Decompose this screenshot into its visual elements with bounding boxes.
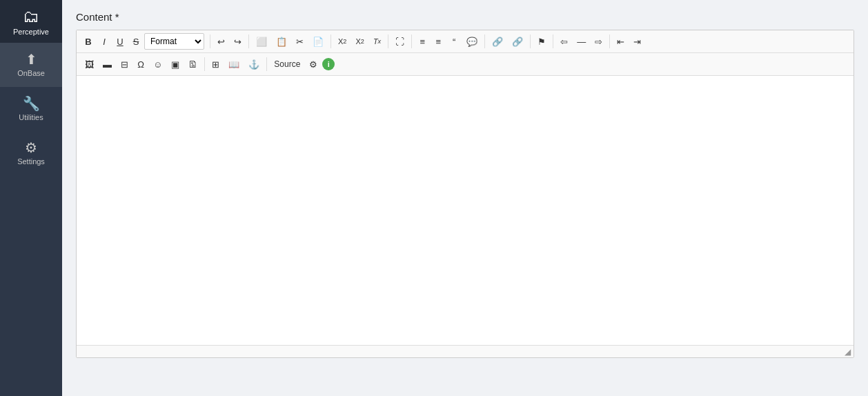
sidebar-onbase-label: OnBase: [17, 69, 45, 77]
separator-9: [609, 34, 610, 48]
flag-button[interactable]: ⚑: [533, 33, 550, 50]
sidebar-item-utilities[interactable]: 🔧 Utilities: [0, 87, 62, 131]
undo-button[interactable]: ↩: [213, 33, 229, 50]
blockquote-button[interactable]: “: [446, 33, 462, 50]
format-select[interactable]: Format Paragraph Heading 1 Heading 2 Hea…: [144, 33, 204, 50]
unordered-list-button[interactable]: ≡: [431, 33, 446, 50]
separator-7: [530, 34, 531, 48]
separator-8: [553, 34, 553, 48]
main-content: Content * B I U S Format Paragraph Headi…: [62, 0, 868, 396]
info-indicator[interactable]: i: [322, 58, 335, 70]
content-label: Content *: [76, 11, 854, 23]
paste-text-button[interactable]: 📄: [308, 33, 328, 50]
fullscreen-button[interactable]: ⛶: [391, 33, 408, 50]
sidebar-item-settings[interactable]: ⚙ Settings: [0, 131, 62, 175]
source-label: Source: [274, 59, 300, 69]
horizontal-rule-button[interactable]: ▬: [99, 56, 116, 72]
abbr-button[interactable]: 📖: [224, 56, 244, 72]
table-button[interactable]: ⊞: [208, 56, 224, 72]
media-button[interactable]: ▣: [167, 56, 184, 72]
subscript-button[interactable]: X2: [334, 33, 351, 50]
copy-format-button[interactable]: ⬜: [252, 33, 271, 50]
toolbar-row-2: 🖼 ▬ ⊟ Ω ☺ ▣ 🖻 ⊞ 📖 ⚓ Source ⚙ i: [77, 53, 854, 76]
sidebar-item-perceptive[interactable]: 🗂 Perceptive: [0, 0, 62, 43]
perceptive-label: Perceptive: [13, 28, 49, 36]
source-button[interactable]: Source: [270, 56, 304, 72]
anchor-button[interactable]: ⚓: [244, 56, 264, 72]
ordered-list-button[interactable]: ≡: [415, 33, 430, 50]
smileys-button[interactable]: ☺: [149, 56, 166, 72]
underline-button[interactable]: U: [112, 33, 128, 50]
page-break-button[interactable]: ⊟: [117, 56, 132, 72]
separator-11: [266, 57, 267, 71]
indent-decrease-button[interactable]: ⇤: [613, 33, 629, 50]
separator-3: [331, 34, 331, 48]
resize-handle[interactable]: ◢: [845, 347, 851, 357]
editor-wrapper: B I U S Format Paragraph Heading 1 Headi…: [76, 30, 854, 358]
separator-5: [411, 34, 412, 48]
editor-bottom-bar: ◢: [77, 345, 854, 357]
separator-10: [204, 57, 205, 71]
sidebar-utilities-label: Utilities: [19, 113, 43, 121]
cut-button[interactable]: ✂: [292, 33, 308, 50]
template-button[interactable]: 🖻: [184, 56, 201, 72]
onbase-icon: ⬆: [26, 52, 37, 66]
settings-icon: ⚙: [25, 141, 37, 155]
bold-button[interactable]: B: [81, 33, 96, 50]
speech-button[interactable]: 💬: [462, 33, 482, 50]
image-button[interactable]: 🖼: [81, 56, 98, 72]
utilities-icon: 🔧: [23, 97, 40, 110]
indent-increase-button[interactable]: ⇥: [629, 33, 645, 50]
separator-6: [484, 34, 485, 48]
link-button[interactable]: 🔗: [488, 33, 507, 50]
clear-formatting-button[interactable]: Tx: [369, 33, 385, 50]
sidebar-item-onbase[interactable]: ⬆ OnBase: [0, 43, 62, 87]
redo-button[interactable]: ↪: [230, 33, 246, 50]
align-center-button[interactable]: ―: [573, 33, 590, 50]
sidebar-settings-label: Settings: [17, 157, 45, 166]
separator-4: [388, 34, 388, 48]
strikethrough-button[interactable]: S: [128, 33, 144, 50]
separator-1: [210, 34, 210, 48]
perceptive-icon: 🗂: [23, 8, 39, 25]
editor-area[interactable]: [77, 76, 854, 345]
sidebar: 🗂 Perceptive ⬆ OnBase 🔧 Utilities ⚙ Sett…: [0, 0, 62, 396]
autosave-button[interactable]: ⚙: [305, 56, 322, 72]
toolbar-row-1: B I U S Format Paragraph Heading 1 Headi…: [77, 30, 854, 53]
align-right-button[interactable]: ⇨: [591, 33, 606, 50]
italic-button[interactable]: I: [97, 33, 112, 50]
special-char-button[interactable]: Ω: [133, 56, 148, 72]
separator-2: [248, 34, 249, 48]
superscript-button[interactable]: X2: [351, 33, 368, 50]
align-left-button[interactable]: ⇦: [556, 33, 572, 50]
unlink-button[interactable]: 🔗: [508, 33, 527, 50]
paste-button[interactable]: 📋: [272, 33, 291, 50]
